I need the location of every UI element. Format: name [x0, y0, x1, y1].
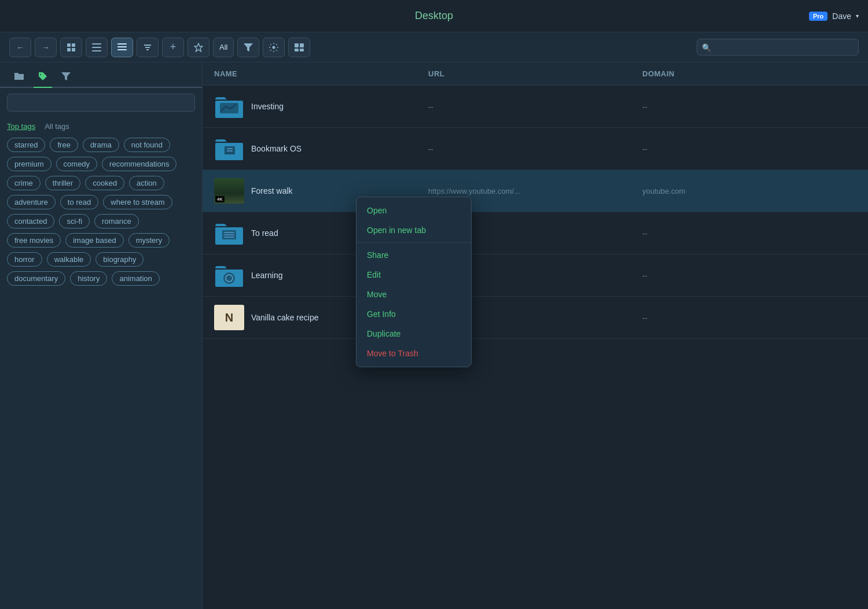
- col-header-name: Name: [214, 69, 428, 78]
- tag-chip[interactable]: free movies: [7, 233, 61, 248]
- tag-chip[interactable]: drama: [83, 138, 119, 152]
- svg-rect-2: [67, 48, 71, 51]
- context-menu-item-move[interactable]: Move: [356, 285, 471, 304]
- star-button[interactable]: [187, 38, 209, 57]
- sidebar-filter-nav[interactable]: [57, 69, 75, 87]
- tags-cloud: starredfreedramanot foundpremiumcomedyre…: [7, 138, 195, 286]
- settings-button[interactable]: [263, 38, 285, 57]
- tag-chip[interactable]: action: [129, 176, 164, 190]
- context-menu-item-move-to-trash[interactable]: Move to Trash: [356, 344, 471, 363]
- back-button[interactable]: ←: [9, 38, 31, 57]
- tag-chip[interactable]: not found: [124, 138, 170, 152]
- sidebar-search-wrap: [0, 88, 202, 117]
- tag-chip[interactable]: horror: [7, 252, 42, 267]
- tag-chip[interactable]: where to stream: [103, 195, 172, 209]
- item-url: https://www.youtube.com/...: [428, 187, 642, 195]
- tag-chip[interactable]: starred: [7, 138, 45, 152]
- svg-rect-14: [295, 49, 299, 51]
- tag-chip[interactable]: recommendations: [102, 157, 176, 171]
- svg-rect-15: [300, 49, 304, 51]
- svg-rect-1: [72, 43, 75, 47]
- context-menu-item-open[interactable]: Open: [356, 201, 471, 220]
- tag-chip[interactable]: thriller: [45, 176, 80, 190]
- item-thumbnail: 4K: [214, 178, 244, 204]
- tag-chip[interactable]: image based: [65, 233, 123, 248]
- folder-icon: [214, 136, 244, 161]
- item-domain: --: [642, 102, 856, 111]
- forward-button[interactable]: →: [35, 38, 57, 57]
- list-item[interactable]: Learning----: [203, 254, 868, 297]
- filter-button[interactable]: [237, 38, 259, 57]
- list-view-button[interactable]: [86, 38, 108, 57]
- content-list: Investing----Bookmark OS----4KForest wal…: [203, 86, 868, 609]
- sidebar-folder-nav[interactable]: [9, 68, 29, 88]
- tag-chip[interactable]: premium: [7, 157, 52, 171]
- layout-toggle-button[interactable]: [288, 38, 310, 57]
- item-name: Vanilla cake recipe: [251, 313, 318, 322]
- tag-chip[interactable]: history: [70, 271, 107, 286]
- top-bar: Desktop Pro Dave ▾: [0, 0, 868, 32]
- tag-chip[interactable]: to read: [60, 195, 98, 209]
- search-icon: 🔍: [702, 43, 711, 51]
- item-domain: --: [642, 313, 856, 322]
- tag-chip[interactable]: romance: [94, 214, 139, 228]
- tag-chip[interactable]: crime: [7, 176, 41, 190]
- svg-rect-26: [224, 237, 234, 238]
- tag-chip[interactable]: animation: [112, 271, 159, 286]
- context-menu-item-share[interactable]: Share: [356, 245, 471, 265]
- list-item[interactable]: Bookmark OS----: [203, 128, 868, 170]
- all-tags-tab[interactable]: All tags: [45, 122, 69, 131]
- context-menu-item-open-in-new-tab[interactable]: Open in new tab: [356, 220, 471, 240]
- item-url: --: [428, 102, 642, 111]
- list-item[interactable]: 4KForest walkhttps://www.youtube.com/...…: [203, 170, 868, 212]
- grid-view-button[interactable]: [60, 38, 82, 57]
- context-menu-separator: [356, 242, 471, 243]
- top-tags-tab[interactable]: Top tags: [7, 122, 35, 131]
- context-menu-item-edit[interactable]: Edit: [356, 265, 471, 285]
- all-filter-button[interactable]: All: [213, 38, 234, 57]
- item-name: Forest walk: [251, 186, 293, 195]
- svg-rect-6: [92, 50, 101, 51]
- tag-chip[interactable]: biography: [95, 252, 144, 267]
- svg-marker-10: [194, 43, 203, 51]
- context-menu-item-duplicate[interactable]: Duplicate: [356, 324, 471, 344]
- tag-chip[interactable]: sci-fi: [59, 214, 90, 228]
- compact-view-button[interactable]: [111, 38, 133, 57]
- list-item[interactable]: To read----: [203, 212, 868, 254]
- tag-chip[interactable]: mystery: [128, 233, 170, 248]
- tag-chip[interactable]: cooked: [85, 176, 124, 190]
- user-name: Dave: [832, 12, 851, 21]
- col-header-url: Url: [428, 69, 642, 78]
- svg-rect-9: [117, 49, 127, 50]
- item-domain: --: [642, 145, 856, 153]
- toolbar: ← → + All: [0, 32, 868, 62]
- tag-chip[interactable]: comedy: [56, 157, 98, 171]
- tag-chip[interactable]: documentary: [7, 271, 65, 286]
- add-button[interactable]: +: [162, 38, 184, 57]
- tag-chip[interactable]: contacted: [7, 214, 54, 228]
- tag-chip[interactable]: free: [50, 138, 78, 152]
- item-url: --: [428, 145, 642, 153]
- svg-point-11: [273, 46, 275, 49]
- item-name-cell: Investing: [214, 94, 428, 119]
- svg-rect-13: [300, 43, 304, 47]
- context-menu: OpenOpen in new tabShareEditMoveGet Info…: [356, 197, 472, 367]
- item-domain: --: [642, 229, 856, 238]
- folder-icon: [214, 263, 244, 288]
- sort-button[interactable]: [137, 38, 159, 57]
- sidebar-search-input[interactable]: [7, 94, 195, 112]
- user-dropdown-arrow[interactable]: ▾: [856, 13, 859, 19]
- tag-chip[interactable]: walkable: [47, 252, 91, 267]
- item-thumbnail: N: [214, 305, 244, 330]
- svg-rect-3: [72, 48, 75, 51]
- tag-chip[interactable]: adventure: [7, 195, 56, 209]
- pro-badge: Pro: [809, 12, 827, 21]
- svg-rect-0: [67, 43, 71, 47]
- svg-rect-8: [117, 46, 127, 47]
- folder-icon: [214, 94, 244, 119]
- list-item[interactable]: NVanilla cake recipe----: [203, 297, 868, 339]
- context-menu-item-get-info[interactable]: Get Info: [356, 304, 471, 324]
- search-input[interactable]: [697, 39, 859, 56]
- sidebar-tag-nav[interactable]: [34, 68, 52, 88]
- list-item[interactable]: Investing----: [203, 86, 868, 128]
